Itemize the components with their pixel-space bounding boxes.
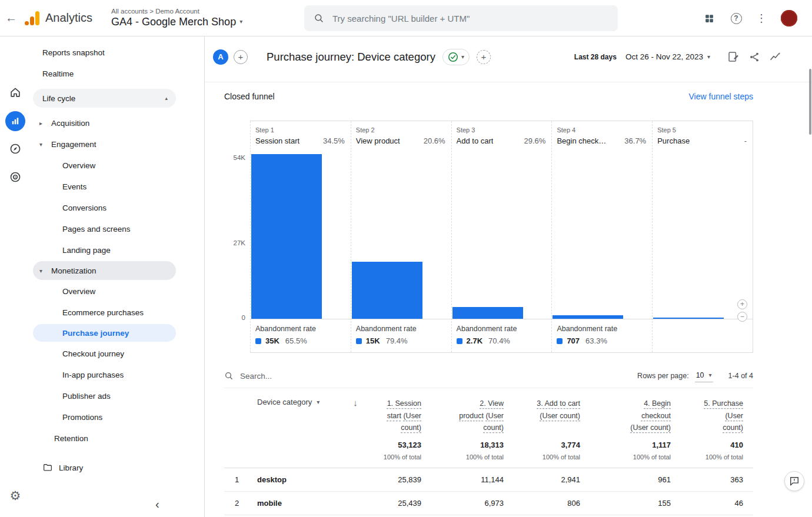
sidebar-section-life-cycle[interactable]: Life cycle ▴ xyxy=(33,89,176,108)
add-comparison-button[interactable]: + xyxy=(234,50,248,64)
sidebar-item-pages-and-screens[interactable]: Pages and screens xyxy=(31,218,204,239)
abandonment-label: Abandonment rate xyxy=(255,325,346,333)
comparison-chip[interactable]: A xyxy=(213,49,228,65)
sidebar-item-monetization[interactable]: ▾ Monetization xyxy=(33,261,176,280)
sidebar-item-landing-page[interactable]: Landing page xyxy=(31,239,204,261)
table-row[interactable]: 1 desktop 25,839 11,144 2,941 961 363 xyxy=(224,468,753,492)
table-row[interactable]: 2 mobile 25,439 6,973 806 155 46 xyxy=(224,492,753,515)
sidebar-item-reports-snapshot[interactable]: Reports snapshot xyxy=(31,42,204,63)
sidebar-item-realtime[interactable]: Realtime xyxy=(31,63,204,84)
sidebar-item-events[interactable]: Events xyxy=(31,176,204,197)
left-icon-rail: ⚙ xyxy=(0,36,31,517)
column-subtitle[interactable]: (User count) xyxy=(630,423,671,432)
funnel-step-column[interactable]: Step 2 View product 20.6% Abandonment ra… xyxy=(351,121,451,352)
main-content: A + Purchase journey: Device category ▾ … xyxy=(205,36,812,517)
row-dimension-value: mobile xyxy=(257,499,345,508)
column-subtitle[interactable]: (User count) xyxy=(723,412,743,432)
feedback-button[interactable] xyxy=(784,471,804,491)
sidebar-item-promotions[interactable]: Promotions xyxy=(31,406,204,428)
more-options-icon[interactable]: ⋮ xyxy=(756,0,767,36)
sidebar-item-engagement-overview[interactable]: Overview xyxy=(31,155,204,176)
table-header-row: Device category ▾ ↓ 1. Session start (Us… xyxy=(224,388,753,468)
column-header-purchase[interactable]: 5. Purchase (User count) 410 100% of tot… xyxy=(671,388,753,468)
sidebar-item-engagement[interactable]: ▾ Engagement xyxy=(31,134,204,155)
property-selector[interactable]: GA4 - Google Merch Shop ▾ xyxy=(111,15,242,29)
rows-per-page-select[interactable]: 10 ▾ xyxy=(695,370,713,382)
step-number-label: Step 3 xyxy=(457,126,546,134)
search-icon xyxy=(314,13,324,24)
insights-icon[interactable] xyxy=(769,51,781,63)
funnel-bar[interactable] xyxy=(352,262,422,319)
sidebar-item-publisher-ads[interactable]: Publisher ads xyxy=(31,385,204,406)
row-dimension-value: desktop xyxy=(257,475,345,484)
funnel-bar[interactable] xyxy=(653,318,724,319)
funnel-bar[interactable] xyxy=(452,307,523,319)
sidebar-item-monetization-overview[interactable]: Overview xyxy=(31,281,204,302)
view-funnel-steps-link[interactable]: View funnel steps xyxy=(689,92,753,101)
nav-home-icon[interactable] xyxy=(0,82,31,103)
table-search-input[interactable] xyxy=(240,372,370,381)
funnel-step-column[interactable]: Step 4 Begin check… 36.7% Abandonment ra… xyxy=(551,121,652,352)
column-header-view-product[interactable]: 2. View product (User count) 18,313 100%… xyxy=(421,388,504,468)
nav-advertising-icon[interactable] xyxy=(0,166,31,188)
sidebar-item-purchase-journey-selected[interactable]: Purchase journey xyxy=(33,324,176,342)
column-subtitle[interactable]: (User count) xyxy=(540,412,580,420)
customize-report-icon[interactable] xyxy=(727,51,740,63)
zoom-in-icon[interactable]: + xyxy=(737,299,747,309)
account-avatar[interactable] xyxy=(781,0,797,36)
column-header-add-to-cart[interactable]: 3. Add to cart (User count) 3,774 100% o… xyxy=(504,388,580,468)
column-total-share: 100% of total xyxy=(580,453,671,461)
funnel-step-column[interactable]: Step 1 Session start 34.5% Abandonment r… xyxy=(250,121,351,352)
sidebar-item-conversions[interactable]: Conversions xyxy=(31,197,204,218)
abandonment-label: Abandonment rate xyxy=(457,325,547,333)
global-search[interactable] xyxy=(304,5,618,31)
step-number-label: Step 5 xyxy=(657,126,747,134)
back-arrow-icon[interactable]: ← xyxy=(0,0,22,36)
date-range-picker[interactable]: Oct 26 - Nov 22, 2023 ▾ xyxy=(625,52,710,61)
nav-reports-icon[interactable] xyxy=(0,111,31,132)
sidebar-item-checkout-journey[interactable]: Checkout journey xyxy=(31,343,204,364)
sidebar-item-library[interactable]: Library xyxy=(31,457,204,478)
table-search[interactable] xyxy=(224,371,370,381)
collapse-sidebar-icon[interactable]: ‹ xyxy=(155,498,159,510)
column-title[interactable]: 5. Purchase xyxy=(704,399,743,408)
y-axis-tick: 27K xyxy=(227,239,245,246)
sidebar-item-ecommerce-purchases[interactable]: Ecommerce purchases xyxy=(31,302,204,323)
sidebar-item-label: Events xyxy=(62,182,86,191)
add-chip-button[interactable]: + xyxy=(477,50,491,64)
data-quality-badge[interactable]: ▾ xyxy=(442,49,470,65)
sort-descending-icon[interactable]: ↓ xyxy=(345,388,365,468)
vertical-scrollbar[interactable] xyxy=(809,69,811,135)
funnel-step-column[interactable]: Step 3 Add to cart 29.6% Abandonment rat… xyxy=(451,121,552,352)
nav-explore-icon[interactable] xyxy=(0,138,31,159)
global-search-input[interactable] xyxy=(332,14,608,24)
chevron-down-icon: ▾ xyxy=(239,18,242,26)
cell-value: 46 xyxy=(671,499,753,508)
sidebar-item-in-app-purchases[interactable]: In-app purchases xyxy=(31,364,204,385)
funnel-bar[interactable] xyxy=(251,154,322,319)
share-icon[interactable] xyxy=(748,51,760,63)
column-subtitle[interactable]: (User count) xyxy=(483,412,504,432)
sidebar-item-acquisition[interactable]: ▸ Acquisition xyxy=(31,112,204,134)
dimension-selector[interactable]: Device category ▾ xyxy=(257,398,345,406)
step-name: Purchase xyxy=(657,136,690,145)
column-total: 53,123 xyxy=(365,441,421,449)
column-header-session-start[interactable]: 1. Session start (User count) 53,123 100… xyxy=(365,388,421,468)
column-header-begin-checkout[interactable]: 4. Begin checkout (User count) 1,117 100… xyxy=(580,388,671,468)
column-subtitle[interactable]: (User count) xyxy=(401,412,421,432)
column-title[interactable]: 3. Add to cart xyxy=(537,399,580,408)
column-total: 18,313 xyxy=(421,441,504,449)
help-icon[interactable]: ? xyxy=(729,0,743,36)
check-circle-icon xyxy=(448,52,458,62)
apps-grid-icon[interactable] xyxy=(702,0,716,36)
column-title[interactable]: 4. Begin checkout xyxy=(641,399,671,420)
zoom-out-icon[interactable]: − xyxy=(737,312,747,322)
sidebar-item-retention[interactable]: Retention xyxy=(31,428,204,449)
search-icon xyxy=(224,371,234,381)
admin-gear-icon[interactable]: ⚙ xyxy=(0,485,31,506)
sidebar-item-label: In-app purchases xyxy=(62,371,124,379)
abandonment-block: Abandonment rate 707 63.3% xyxy=(552,319,652,352)
analytics-logo-icon[interactable] xyxy=(25,11,40,26)
account-switcher[interactable]: All accounts > Demo Account GA4 - Google… xyxy=(111,7,242,29)
funnel-bar[interactable] xyxy=(553,315,623,319)
